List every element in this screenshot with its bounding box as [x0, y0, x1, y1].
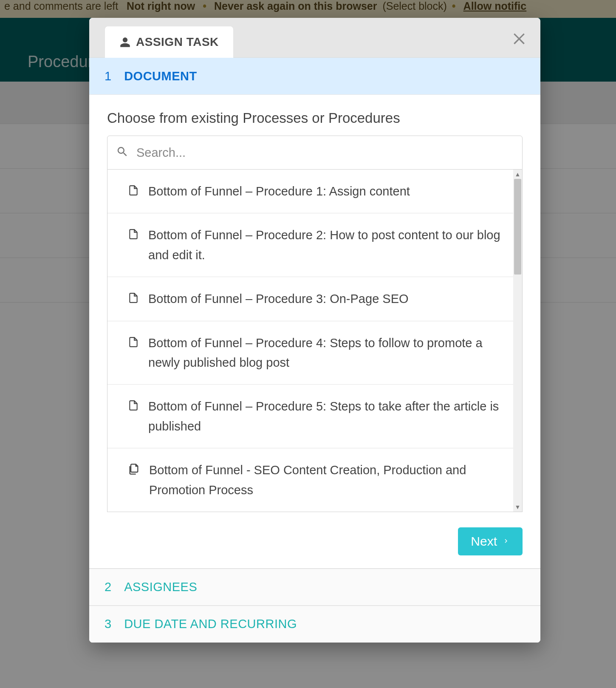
step-1-number: 1 — [105, 69, 111, 83]
close-button[interactable] — [511, 29, 528, 46]
choose-prompt: Choose from existing Processes or Proced… — [107, 110, 523, 126]
scrollbar[interactable]: ▲ ▼ — [513, 170, 523, 512]
search-field-wrapper[interactable] — [107, 136, 523, 170]
chevron-right-icon — [502, 534, 510, 549]
list-item-label: Bottom of Funnel – Procedure 3: On-Page … — [148, 289, 409, 309]
list-item[interactable]: Bottom of Funnel – Procedure 1: Assign c… — [107, 170, 513, 213]
step-2-label: ASSIGNEES — [124, 580, 197, 594]
documents-list: Bottom of Funnel – Procedure 1: Assign c… — [107, 170, 513, 512]
list-item[interactable]: Bottom of Funnel – Procedure 4: Steps to… — [107, 321, 513, 385]
next-button-label: Next — [471, 534, 497, 549]
scroll-down-arrow[interactable]: ▼ — [513, 502, 522, 512]
close-icon — [511, 29, 528, 46]
modal-header: ASSIGN TASK — [89, 18, 540, 58]
document-icon — [128, 228, 139, 241]
step-3-number: 3 — [105, 617, 111, 631]
list-item[interactable]: Bottom of Funnel – Procedure 2: How to p… — [107, 213, 513, 277]
list-item[interactable]: Bottom of Funnel - SEO Content Creation,… — [107, 448, 513, 512]
tab-assign-task[interactable]: ASSIGN TASK — [105, 26, 234, 58]
list-item-label: Bottom of Funnel – Procedure 1: Assign c… — [148, 181, 410, 201]
list-item-label: Bottom of Funnel – Procedure 4: Steps to… — [148, 333, 500, 373]
document-icon — [128, 336, 139, 348]
list-item[interactable]: Bottom of Funnel – Procedure 5: Steps to… — [107, 385, 513, 448]
step-1-label: DOCUMENT — [124, 69, 197, 83]
documents-stack-icon — [128, 463, 140, 476]
step-3-header[interactable]: 3 DUE DATE AND RECURRING — [89, 606, 540, 643]
document-icon — [128, 292, 139, 304]
list-item[interactable]: Bottom of Funnel – Procedure 3: On-Page … — [107, 277, 513, 321]
document-icon — [128, 399, 139, 412]
user-icon — [119, 37, 131, 48]
scroll-up-arrow[interactable]: ▲ — [513, 170, 522, 179]
step-3-label: DUE DATE AND RECURRING — [124, 617, 297, 631]
tab-assign-task-label: ASSIGN TASK — [136, 35, 219, 49]
assign-task-modal: ASSIGN TASK 1 DOCUMENT Choose from exist… — [89, 18, 540, 643]
list-item-label: Bottom of Funnel - SEO Content Creation,… — [149, 460, 500, 500]
list-item-label: Bottom of Funnel – Procedure 5: Steps to… — [148, 396, 500, 436]
document-icon — [128, 184, 139, 197]
step-2-number: 2 — [105, 580, 111, 594]
search-input[interactable] — [129, 146, 514, 160]
list-item-label: Bottom of Funnel – Procedure 2: How to p… — [148, 225, 500, 265]
search-icon — [116, 145, 129, 160]
step-1-header[interactable]: 1 DOCUMENT — [89, 58, 540, 95]
step-1-content: Choose from existing Processes or Proced… — [89, 95, 540, 568]
scroll-thumb[interactable] — [514, 179, 521, 275]
next-button[interactable]: Next — [458, 527, 523, 555]
step-2-header[interactable]: 2 ASSIGNEES — [89, 569, 540, 606]
